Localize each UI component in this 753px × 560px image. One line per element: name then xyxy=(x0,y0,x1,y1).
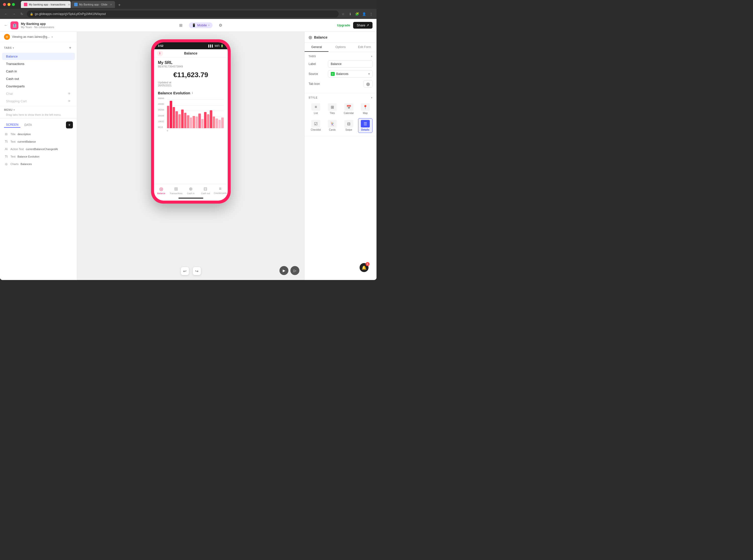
menu-icon[interactable]: ⋮ xyxy=(369,12,373,16)
preview-buttons: ▶ ▷ xyxy=(280,266,299,275)
phone-time: 3:52 xyxy=(158,44,163,47)
sidebar-item-counterparts[interactable]: Counterparts xyxy=(2,83,75,90)
text1-type: Text xyxy=(11,140,16,143)
nav-balance-icon: ◎ xyxy=(159,186,163,192)
sidebar-item-balance[interactable]: Balance xyxy=(2,53,75,60)
tabs-collapse-icon[interactable]: ▾ xyxy=(371,55,372,58)
address-bar[interactable]: 🔒 go.glideapps.com/app/gVSpluLylOxPg1Mt4… xyxy=(27,11,339,17)
refresh-nav-button[interactable]: ↻ xyxy=(19,11,25,17)
sidebar-item-cashin[interactable]: Cash in xyxy=(2,68,75,75)
profile-icon[interactable]: 👤 xyxy=(362,12,367,16)
tabs-section-header: TABS ▾ + xyxy=(4,45,73,51)
screen-data-header: SCREEN DATA + xyxy=(0,120,77,131)
play-button[interactable]: ▶ xyxy=(280,266,288,275)
add-component-button[interactable]: + xyxy=(66,121,73,128)
chart-bar-10 xyxy=(196,117,198,128)
tab-label-2: My Banking app · Glide xyxy=(79,3,107,6)
fullscreen-button[interactable] xyxy=(12,3,15,6)
chat-label: Chat xyxy=(6,92,13,96)
style-map[interactable]: 📍 Map xyxy=(358,102,372,116)
info-icon[interactable]: ℹ xyxy=(348,12,353,16)
phone-nav-cashin[interactable]: ⊕ Cash in xyxy=(183,186,198,195)
chart-bar-11 xyxy=(198,114,201,128)
component-text-1[interactable]: Tt Text currentBalance xyxy=(0,138,77,145)
swipe-label: Swipe xyxy=(345,128,352,131)
source-dropdown-icon: ▾ xyxy=(368,72,370,76)
browser-tab-2[interactable]: My Banking app · Glide ✕ xyxy=(71,1,115,8)
add-tab-button[interactable]: + xyxy=(67,45,73,51)
style-cards[interactable]: 🃏 Cards xyxy=(325,118,340,133)
sidebar-item-chat[interactable]: Chat 👁 xyxy=(2,90,75,97)
view-toggle: ⊞ xyxy=(177,21,185,29)
shopping-cart-label: Shopping Cart xyxy=(6,99,27,103)
app-content: ← 🏦 My Banking app My Team · No collabor… xyxy=(0,19,376,280)
style-details[interactable]: ☰ Details xyxy=(358,118,372,133)
style-swipe[interactable]: ⊟ Swipe xyxy=(342,118,356,133)
title-component-icon: ⊟ xyxy=(4,132,8,136)
back-nav-button[interactable]: ← xyxy=(3,11,9,17)
viewing-as-bar[interactable]: M Viewing as marc.lainez@g... ▾ xyxy=(0,32,77,42)
style-tiles[interactable]: ⊞ Tiles xyxy=(325,102,340,116)
share-button[interactable]: Share ↗ xyxy=(353,22,372,28)
phone-balance: €11,623.79 xyxy=(158,71,224,79)
component-action-text[interactable]: Ai Action Text currentBalanceChangedAt xyxy=(0,145,77,153)
label-field-input[interactable]: Balance xyxy=(328,60,372,68)
notification-button[interactable]: 🔔 5 xyxy=(360,263,369,272)
redo-button[interactable]: ↪ xyxy=(193,267,201,275)
undo-button[interactable]: ↩ xyxy=(181,267,189,275)
balance-chart: 58896 49080 39264 29448 19632 9816 xyxy=(158,97,224,132)
phone-nav-cashout[interactable]: ⊟ Cash out xyxy=(198,186,213,195)
chart-info-icon: ℹ xyxy=(192,91,193,95)
phone-nav-transactions[interactable]: ⊞ Transactions xyxy=(169,186,183,195)
bookmark-icon[interactable]: ☆ xyxy=(341,12,346,16)
tab-screen[interactable]: SCREEN xyxy=(4,122,20,128)
component-charts[interactable]: ◎ Charts Balances xyxy=(0,160,77,168)
app-back-button[interactable]: ← xyxy=(4,23,8,27)
sidebar-item-transactions[interactable]: Transactions xyxy=(2,60,75,67)
style-checklist[interactable]: ☑ Checklist xyxy=(309,118,323,133)
phone-nav-balance[interactable]: ◎ Balance xyxy=(154,186,169,195)
component-text-2[interactable]: Tt Text Balance Evolution xyxy=(0,153,77,160)
notification-icon: 🔔 xyxy=(362,265,367,270)
close-button[interactable] xyxy=(3,3,6,6)
browser-tab-1[interactable]: My banking app - transactions ✕ xyxy=(21,1,71,8)
grid-view-button[interactable]: ⊞ xyxy=(177,21,185,29)
chart-bar-13 xyxy=(204,112,206,128)
phone-screen: 3:52 ▌▌▌ WiFi 🔋 xyxy=(154,42,228,201)
tab-data[interactable]: DATA xyxy=(22,122,34,127)
tab-close-1[interactable]: ✕ xyxy=(68,3,70,6)
upgrade-button[interactable]: Upgrade xyxy=(337,23,350,27)
style-collapse-icon[interactable]: ▾ xyxy=(371,96,372,99)
phone-account-name: My SRL xyxy=(158,60,224,65)
notification-area: 🔔 5 xyxy=(305,263,376,280)
forward-nav-button[interactable]: → xyxy=(11,11,17,17)
panel-tab-options[interactable]: Options xyxy=(328,43,352,52)
tab-close-2[interactable]: ✕ xyxy=(110,3,112,6)
component-title[interactable]: ⊟ Title description xyxy=(0,131,77,138)
cursor-button[interactable]: ▷ xyxy=(290,266,299,275)
minimize-button[interactable] xyxy=(7,3,11,6)
chart-bar-18 xyxy=(219,120,221,128)
extensions-icon[interactable]: 🧩 xyxy=(354,12,360,16)
settings-button[interactable]: ⚙ xyxy=(217,21,224,29)
chart-y-labels: 58896 49080 39264 29448 19632 9816 xyxy=(158,97,164,132)
phone-info-icon[interactable]: ℹ xyxy=(157,50,163,56)
panel-tab-general[interactable]: General xyxy=(305,43,328,52)
calendar-label: Calendar xyxy=(344,112,354,115)
source-field-input[interactable]: G Balances ▾ xyxy=(328,70,372,78)
device-toggle[interactable]: 📱 Mobile ▾ xyxy=(189,22,212,28)
new-tab-button[interactable]: + xyxy=(117,2,122,8)
notification-count: 5 xyxy=(366,262,369,266)
phone-bottom-nav: ◎ Balance ⊞ Transactions ⊕ xyxy=(154,184,228,196)
tabs-section: TABS ▾ + xyxy=(0,42,77,53)
sidebar-item-shopping-cart[interactable]: Shopping Cart 👁 xyxy=(2,98,75,105)
chart-bar-7 xyxy=(187,115,189,128)
list-label: List xyxy=(314,112,318,115)
style-list[interactable]: ≡ List xyxy=(309,102,323,116)
panel-tab-edit-form[interactable]: Edit Form xyxy=(353,43,376,52)
style-calendar[interactable]: 📅 Calendar xyxy=(342,102,356,116)
phone-nav-counterparts[interactable]: ≡ Counterparts xyxy=(213,186,227,195)
charts-value: Balances xyxy=(20,162,32,165)
icon-picker[interactable]: ◎ xyxy=(364,80,372,87)
sidebar-item-cashout[interactable]: Cash out xyxy=(2,75,75,82)
